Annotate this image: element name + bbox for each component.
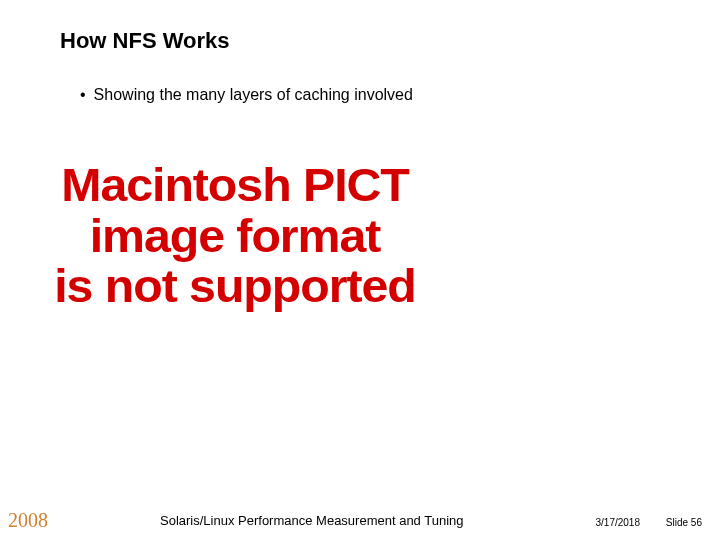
footer-slide-number: Slide 56	[666, 517, 702, 528]
bullet-text: Showing the many layers of caching invol…	[94, 86, 413, 104]
footer-date: 3/17/2018	[596, 517, 641, 528]
bullet-icon: •	[80, 86, 86, 104]
error-line-3: is not supported	[9, 261, 461, 312]
footer-title: Solaris/Linux Performance Measurement an…	[160, 513, 464, 528]
slide-title: How NFS Works	[60, 28, 230, 54]
error-line-2: image format	[9, 211, 461, 262]
bullet-item: • Showing the many layers of caching inv…	[80, 86, 413, 104]
footer-year: 2008	[8, 509, 48, 532]
error-line-1: Macintosh PICT	[9, 160, 461, 211]
pict-error-message: Macintosh PICT image format is not suppo…	[20, 160, 450, 312]
